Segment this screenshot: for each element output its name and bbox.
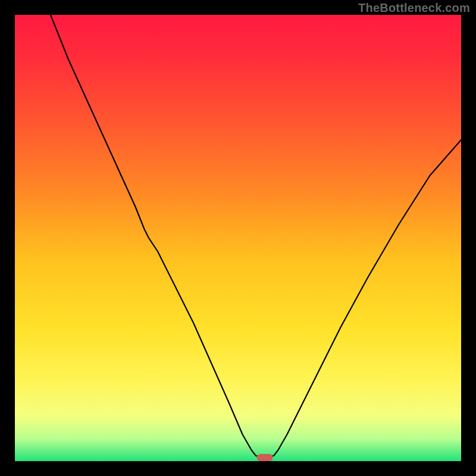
plot-area [15,15,461,461]
chart-svg [15,15,461,461]
watermark-text: TheBottleneck.com [358,1,470,15]
optimal-point [257,454,273,461]
chart-container: TheBottleneck.com [0,0,476,476]
gradient-background [15,15,461,461]
